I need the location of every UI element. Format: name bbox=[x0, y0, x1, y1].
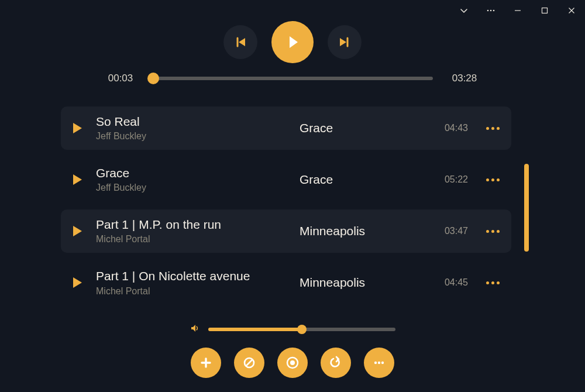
track-row[interactable]: So Real Jeff Buckley Grace 04:43 bbox=[61, 106, 511, 150]
track-album: Minneapolis bbox=[300, 224, 422, 238]
track-artist: Jeff Buckley bbox=[96, 131, 289, 142]
playlist: So Real Jeff Buckley Grace 04:43 Grace J… bbox=[61, 106, 511, 313]
play-icon[interactable] bbox=[69, 276, 85, 289]
add-button[interactable] bbox=[191, 348, 221, 378]
progress-bar-row: 00:03 03:28 bbox=[0, 73, 585, 84]
track-artist: Jeff Buckley bbox=[96, 183, 289, 193]
dropdown-button[interactable] bbox=[450, 0, 477, 21]
more-actions-button[interactable] bbox=[364, 348, 394, 378]
track-more-button[interactable] bbox=[479, 127, 500, 130]
volume-row bbox=[0, 323, 585, 336]
track-artist: Michel Portal bbox=[96, 234, 289, 245]
track-row[interactable]: Part 1 | On Nicolette avenue Michel Port… bbox=[61, 261, 511, 304]
repeat-button[interactable] bbox=[321, 348, 351, 378]
track-album: Grace bbox=[300, 173, 422, 187]
track-duration: 04:45 bbox=[433, 277, 468, 288]
track-album: Minneapolis bbox=[300, 276, 422, 290]
track-artist: Michel Portal bbox=[96, 286, 289, 297]
track-album: Grace bbox=[300, 121, 422, 135]
track-duration: 03:47 bbox=[433, 226, 468, 236]
track-title: Part 1 | On Nicolette avenue bbox=[96, 269, 289, 283]
play-icon[interactable] bbox=[69, 225, 85, 238]
svg-point-1 bbox=[490, 10, 492, 12]
play-icon[interactable] bbox=[69, 122, 85, 135]
track-more-button[interactable] bbox=[479, 178, 500, 181]
track-title: So Real bbox=[96, 115, 289, 129]
svg-point-14 bbox=[378, 362, 380, 364]
svg-point-15 bbox=[381, 362, 384, 364]
volume-slider[interactable] bbox=[208, 326, 395, 332]
track-title: Part 1 | M.P. on the run bbox=[96, 218, 289, 232]
playlist-scrollbar[interactable] bbox=[524, 164, 529, 252]
svg-rect-4 bbox=[542, 8, 548, 13]
svg-point-0 bbox=[487, 10, 489, 12]
bottom-actions bbox=[0, 348, 585, 378]
track-row[interactable]: Part 1 | M.P. on the run Michel Portal M… bbox=[61, 209, 511, 253]
track-more-button[interactable] bbox=[479, 281, 500, 284]
shuffle-button[interactable] bbox=[234, 348, 264, 378]
svg-point-12 bbox=[290, 360, 295, 365]
svg-point-2 bbox=[493, 10, 495, 12]
seek-slider[interactable] bbox=[152, 75, 433, 81]
total-time-label: 03:28 bbox=[449, 73, 480, 84]
app-menu-button[interactable] bbox=[477, 0, 504, 21]
play-icon[interactable] bbox=[69, 173, 85, 186]
close-button[interactable] bbox=[558, 0, 585, 21]
next-track-button[interactable] bbox=[328, 25, 362, 59]
track-row[interactable]: Grace Jeff Buckley Grace 05:22 bbox=[61, 158, 511, 201]
record-button[interactable] bbox=[277, 348, 308, 378]
track-title: Grace bbox=[96, 166, 289, 180]
svg-point-13 bbox=[374, 362, 377, 364]
maximize-button[interactable] bbox=[531, 0, 558, 21]
track-duration: 04:43 bbox=[433, 123, 468, 133]
window-titlebar bbox=[450, 0, 585, 21]
play-button[interactable] bbox=[271, 21, 314, 63]
elapsed-time-label: 00:03 bbox=[105, 73, 136, 84]
volume-icon[interactable] bbox=[190, 323, 200, 336]
svg-line-10 bbox=[246, 360, 252, 366]
track-more-button[interactable] bbox=[479, 230, 500, 233]
previous-track-button[interactable] bbox=[223, 25, 257, 59]
track-duration: 05:22 bbox=[433, 174, 468, 185]
playback-controls bbox=[0, 21, 585, 63]
minimize-button[interactable] bbox=[504, 0, 531, 21]
